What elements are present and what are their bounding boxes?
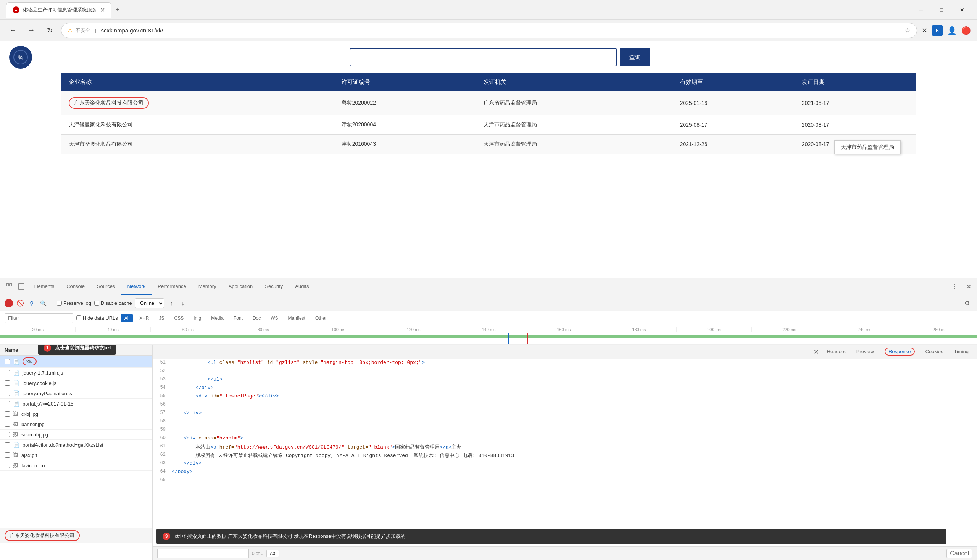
preserve-log-checkbox[interactable] — [57, 301, 62, 305]
file-item-ajax[interactable]: 🖼 ajax.gif — [0, 450, 152, 460]
filter-js-button[interactable]: JS — [155, 314, 167, 322]
bookmark-star-icon[interactable]: ☆ — [905, 26, 910, 35]
maximize-button[interactable]: □ — [933, 4, 950, 16]
filter-css-button[interactable]: CSS — [170, 314, 187, 322]
table-row[interactable]: 广东天姿化妆品科技有限公司 粤妆20200022 广东省药品监督管理局 2025… — [61, 91, 916, 115]
tab-application[interactable]: Application — [222, 278, 259, 295]
file-checkbox[interactable] — [5, 370, 10, 375]
filter-input[interactable] — [8, 315, 72, 321]
resp-tab-headers[interactable]: Headers — [822, 345, 851, 359]
dt-icon-inspect[interactable] — [15, 278, 27, 295]
throttle-select[interactable]: Online — [135, 298, 164, 308]
file-item-searchbj[interactable]: 🖼 searchbj.jpg — [0, 430, 152, 440]
file-item-portal[interactable]: 📄 portal.js?v=2017-01-15 — [0, 398, 152, 409]
file-checkbox[interactable] — [5, 463, 10, 468]
file-item-portal-action[interactable]: 📄 portalAction.do?method=getXkzsList — [0, 440, 152, 450]
company-cell: 天津市圣奥化妆品有限公司 — [61, 135, 334, 154]
preserve-log-label[interactable]: Preserve log — [57, 300, 91, 306]
table-row[interactable]: 天津市圣奥化妆品有限公司 津妆20160043 天津市药品监督管理局 2021-… — [61, 135, 916, 154]
file-checkbox[interactable] — [5, 452, 10, 458]
close-button[interactable]: ✕ — [954, 4, 971, 16]
resp-tab-cookies[interactable]: Cookies — [920, 345, 949, 359]
file-checkbox[interactable] — [5, 380, 10, 386]
account-icon[interactable]: 👤 — [947, 26, 957, 35]
filter-font-button[interactable]: Font — [230, 314, 246, 322]
issue-cell: 2021-05-17 — [794, 91, 916, 115]
resp-tab-response[interactable]: Response — [879, 345, 920, 359]
filter-other-button[interactable]: Other — [312, 314, 330, 322]
file-item-jquery[interactable]: 📄 jquery-1.7.1.min.js — [0, 368, 152, 378]
file-checkbox[interactable] — [5, 359, 10, 364]
file-checkbox[interactable] — [5, 401, 10, 406]
response-close-button[interactable]: ✕ — [811, 348, 822, 355]
file-checkbox[interactable] — [5, 432, 10, 437]
clear-button[interactable]: 🚫 — [16, 299, 24, 307]
search-network-icon[interactable]: 🔍 — [39, 299, 47, 307]
extension-icon[interactable]: 🔴 — [961, 26, 971, 35]
file-item-cookie[interactable]: 📄 jquery.cookie.js — [0, 378, 152, 388]
filter-all-button[interactable]: All — [121, 314, 133, 322]
file-item-xk[interactable]: 📄 xk/ — [0, 355, 152, 368]
export-button[interactable]: ↓ — [179, 299, 187, 307]
code-line: 60 <div class="hzbbtm"> — [153, 435, 977, 443]
file-checkbox[interactable] — [5, 442, 10, 447]
filter-xhr-button[interactable]: XHR — [136, 314, 152, 322]
reload-button[interactable]: ↻ — [43, 23, 57, 37]
file-item-pagination[interactable]: 📄 jquery.myPagination.js — [0, 388, 152, 398]
forward-button[interactable]: → — [24, 23, 38, 37]
hide-data-urls-label[interactable]: Hide data URLs — [76, 315, 118, 321]
address-input[interactable]: ⚠ 不安全 | scxk.nmpa.gov.cn:81/xk/ ☆ — [61, 23, 917, 38]
filter-doc-button[interactable]: Doc — [249, 314, 264, 322]
file-item-cxbj[interactable]: 🖼 cxbj.jpg — [0, 409, 152, 419]
active-tab[interactable]: ● 化妆品生产许可信息管理系统服务 ✕ — [6, 2, 112, 18]
tab-audits[interactable]: Audits — [289, 278, 315, 295]
filter-icon[interactable]: ⚲ — [27, 299, 36, 307]
import-button[interactable]: ↑ — [167, 299, 175, 307]
file-checkbox[interactable] — [5, 391, 10, 396]
new-tab-button[interactable]: + — [112, 4, 124, 16]
devtools-close-icon[interactable]: ✕ — [963, 282, 974, 292]
resp-tab-timing[interactable]: Timing — [949, 345, 974, 359]
minimize-button[interactable]: ─ — [912, 4, 930, 16]
disable-cache-label[interactable]: Disable cache — [94, 300, 132, 306]
file-name: portalAction.do?method=getXkzsList — [23, 442, 103, 448]
code-line: 58 — [153, 418, 977, 427]
tab-security[interactable]: Security — [259, 278, 289, 295]
record-button[interactable] — [5, 299, 13, 307]
dt-icon-elements[interactable] — [3, 278, 15, 295]
devtools-more-icon[interactable]: ⋮ — [950, 282, 960, 292]
disable-cache-checkbox[interactable] — [94, 301, 99, 305]
network-settings-icon[interactable]: ⚙ — [962, 298, 972, 308]
file-item-banner[interactable]: 🖼 banner.jpg — [0, 419, 152, 430]
tab-sources[interactable]: Sources — [91, 278, 121, 295]
find-cancel-button[interactable]: Cancel — [947, 549, 972, 558]
tab-elements[interactable]: Elements — [27, 278, 60, 295]
file-item-favicon[interactable]: 🖼 favicon.ico — [0, 460, 152, 471]
timeline-red-line — [528, 333, 528, 344]
back-button[interactable]: ← — [6, 23, 20, 37]
tab-memory[interactable]: Memory — [192, 278, 222, 295]
case-sensitive-button[interactable]: Aa — [266, 550, 279, 557]
hide-data-urls-checkbox[interactable] — [76, 315, 81, 320]
search-input[interactable] — [349, 48, 617, 67]
tab-performance[interactable]: Performance — [152, 278, 192, 295]
bookmark-icon[interactable]: B — [932, 25, 943, 36]
filter-media-button[interactable]: Media — [208, 314, 227, 322]
filter-ws-button[interactable]: WS — [267, 314, 281, 322]
filter-img-button[interactable]: Img — [190, 314, 205, 322]
col-license: 许可证编号 — [334, 73, 476, 91]
filter-input-wrap[interactable] — [5, 313, 73, 323]
file-name: xk/ — [23, 357, 37, 365]
tab-close-button[interactable]: ✕ — [100, 7, 105, 14]
find-input[interactable] — [157, 549, 249, 558]
response-code-view[interactable]: 51 <ul class="hzblist" id="gzlist" style… — [153, 359, 977, 546]
resp-tab-preview[interactable]: Preview — [851, 345, 879, 359]
table-row[interactable]: 天津银曼家化科技有限公司 津妆20200004 天津市药品监督管理局 2025-… — [61, 115, 916, 135]
filter-manifest-button[interactable]: Manifest — [285, 314, 309, 322]
tab-console[interactable]: Console — [60, 278, 91, 295]
network-toolbar: 🚫 ⚲ 🔍 Preserve log Disable cache Online … — [0, 295, 977, 311]
tab-network[interactable]: Network — [121, 278, 152, 295]
search-button[interactable]: 查询 — [620, 48, 650, 67]
file-checkbox[interactable] — [5, 411, 10, 417]
file-checkbox[interactable] — [5, 422, 10, 427]
